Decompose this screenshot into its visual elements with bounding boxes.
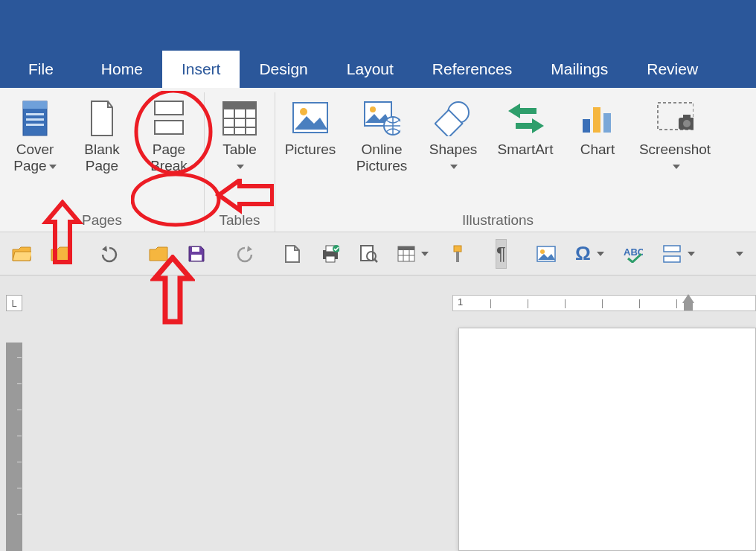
tab-insert[interactable]: Insert [162, 51, 240, 88]
svg-rect-8 [223, 102, 256, 109]
tab-mailings[interactable]: Mailings [531, 51, 627, 88]
group-illustrations: Pictures Online Pictures Shapes SmartArt [275, 92, 720, 232]
online-pictures-icon [363, 100, 400, 137]
horizontal-ruler[interactable]: 1 [452, 295, 756, 311]
smartart-icon [507, 100, 544, 137]
tab-layout[interactable]: Layout [327, 51, 413, 88]
svg-rect-6 [155, 121, 183, 134]
tab-references[interactable]: References [413, 51, 531, 88]
folder-icon[interactable] [149, 244, 168, 264]
svg-point-25 [683, 120, 691, 127]
insert-table-icon[interactable] [397, 244, 415, 264]
screenshot-button[interactable]: + Screenshot [634, 95, 716, 174]
group-tables: Table Tables [205, 92, 275, 232]
format-painter-icon[interactable] [448, 244, 466, 264]
smartart-button[interactable]: SmartArt [490, 95, 561, 158]
quick-print-icon[interactable] [320, 244, 339, 264]
online-pictures-label: Online Pictures [356, 141, 408, 174]
ruler-corner[interactable]: L [6, 295, 22, 311]
blank-page-button[interactable]: Blank Page [71, 95, 132, 174]
document-page[interactable] [458, 328, 756, 551]
undo-icon[interactable] [100, 244, 119, 264]
ribbon-insert: Cover Page Blank Page Page Break Pages [0, 88, 756, 232]
pictures-label: Pictures [285, 141, 336, 158]
symbol-icon[interactable]: Ω [575, 244, 591, 264]
svg-rect-5 [155, 101, 183, 115]
page-break-button[interactable]: Page Break [138, 95, 199, 174]
shapes-icon [435, 100, 472, 137]
print-preview-icon[interactable] [359, 244, 378, 264]
group-tables-label: Tables [220, 211, 260, 232]
table-icon [221, 100, 258, 137]
open-icon[interactable] [12, 244, 31, 264]
cover-page-label: Cover Page [13, 141, 54, 173]
ruler-number: 1 [458, 296, 463, 308]
dropdown-icon[interactable] [688, 252, 695, 256]
dropdown-icon[interactable] [597, 252, 604, 256]
svg-point-16 [370, 106, 376, 112]
vertical-ruler[interactable] [6, 343, 22, 551]
svg-rect-43 [456, 252, 459, 262]
group-illustrations-label: Illustrations [462, 211, 534, 232]
pictures-icon [292, 100, 329, 137]
table-button[interactable]: Table [209, 95, 270, 174]
redo-icon[interactable] [235, 244, 254, 264]
show-formatting-icon[interactable]: ¶ [496, 239, 507, 269]
svg-rect-4 [26, 124, 44, 126]
svg-rect-42 [454, 246, 461, 252]
svg-rect-48 [664, 256, 680, 262]
page-break-icon [150, 100, 188, 137]
svg-line-36 [374, 259, 377, 262]
dropdown-icon [49, 165, 57, 169]
quick-access-toolbar: ¶ Ω ABC [0, 232, 756, 276]
indent-marker-icon[interactable] [682, 294, 694, 303]
chart-icon [579, 100, 616, 137]
tab-review[interactable]: Review [627, 51, 717, 88]
svg-rect-22 [603, 113, 611, 133]
chart-label: Chart [580, 141, 615, 158]
svg-rect-32 [326, 256, 335, 262]
tab-file[interactable]: File [0, 51, 82, 88]
tab-home[interactable]: Home [82, 51, 162, 88]
svg-rect-29 [191, 255, 202, 261]
ribbon-tabs: File Home Insert Design Layout Reference… [0, 51, 756, 88]
svg-rect-20 [583, 119, 590, 133]
title-bar [0, 0, 756, 51]
pictures-button[interactable]: Pictures [280, 95, 341, 158]
svg-rect-3 [26, 118, 44, 121]
group-pages: Cover Page Blank Page Page Break Pages [0, 92, 205, 232]
group-pages-label: Pages [82, 211, 122, 232]
tab-design[interactable]: Design [240, 51, 327, 88]
cover-page-icon [16, 100, 54, 137]
svg-point-14 [300, 108, 307, 115]
cover-page-button[interactable]: Cover Page [4, 95, 65, 174]
dropdown-icon [237, 165, 244, 169]
customize-dropdown-icon[interactable] [736, 252, 743, 256]
blank-page-label: Blank Page [84, 141, 120, 174]
svg-rect-28 [192, 247, 199, 252]
table-label: Table [222, 141, 256, 157]
spellcheck-icon[interactable]: ABC [624, 244, 643, 264]
picture-icon[interactable] [536, 244, 556, 264]
online-pictures-button[interactable]: Online Pictures [347, 95, 417, 174]
svg-rect-47 [664, 246, 680, 252]
save-icon[interactable] [188, 244, 205, 264]
screenshot-icon: + [656, 100, 693, 137]
svg-rect-26 [683, 115, 691, 118]
screenshot-label: Screenshot [639, 141, 711, 157]
document-workspace: L 1 [0, 276, 756, 551]
svg-rect-2 [26, 113, 44, 115]
indent-marker-icon[interactable] [684, 303, 693, 310]
chart-button[interactable]: Chart [567, 95, 628, 158]
shapes-button[interactable]: Shapes [423, 95, 484, 174]
svg-point-45 [540, 249, 545, 254]
svg-rect-38 [398, 246, 414, 250]
dropdown-icon[interactable] [421, 252, 429, 256]
smartart-label: SmartArt [498, 141, 554, 158]
new-document-icon[interactable] [284, 244, 301, 264]
svg-rect-21 [593, 107, 600, 133]
recent-files-icon[interactable] [51, 244, 70, 264]
blank-page-icon [83, 100, 121, 137]
breaks-icon[interactable] [662, 244, 682, 264]
shapes-label: Shapes [429, 141, 477, 157]
